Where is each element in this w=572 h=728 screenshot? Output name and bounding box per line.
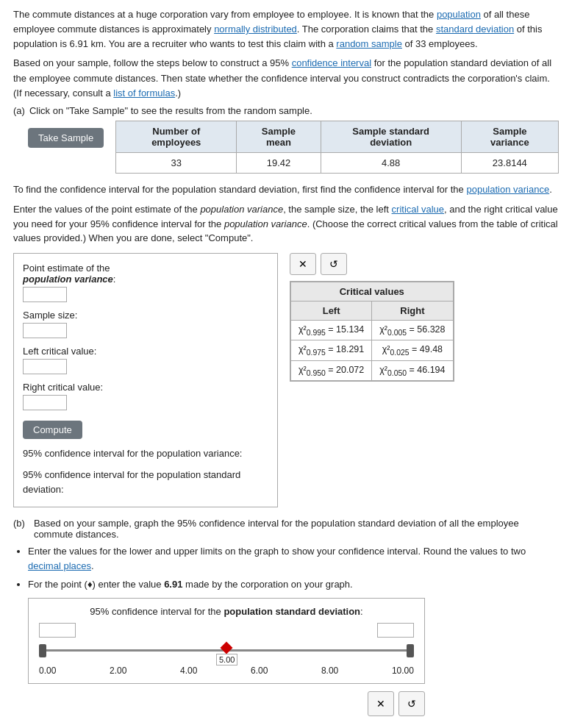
graph-inputs-row: 0.00 10.00 bbox=[39, 623, 414, 638]
link-critical-value[interactable]: critical value bbox=[392, 204, 445, 215]
part-a-label: (a) bbox=[13, 105, 25, 116]
point-estimate-input[interactable] bbox=[23, 287, 67, 302]
marker-label: 5.00 bbox=[216, 654, 237, 665]
form-critical-wrapper: Point estimate of thepopulation variance… bbox=[13, 253, 559, 507]
critical-values-title: Critical values bbox=[291, 282, 454, 301]
col-left-header: Left bbox=[291, 301, 372, 320]
left-critical-input[interactable] bbox=[23, 359, 67, 374]
sample-size-input[interactable] bbox=[23, 323, 67, 338]
ci-std-display: 95% confidence interval for the populati… bbox=[23, 468, 268, 499]
link-confidence-interval[interactable]: confidence interval bbox=[292, 57, 371, 68]
confidence-interval-intro: Based on your sample, follow the steps b… bbox=[13, 56, 559, 100]
population-variance-label: population variance bbox=[23, 274, 113, 285]
cell-std: 4.88 bbox=[321, 152, 461, 173]
chi-right-3: χ²0.050 = 46.194 bbox=[372, 360, 453, 381]
cell-mean: 19.42 bbox=[237, 152, 321, 173]
graph-right-input[interactable]: 10.00 bbox=[377, 623, 414, 638]
critical-panel-buttons: ✕ ↺ bbox=[290, 253, 347, 275]
link-normally-distributed[interactable]: normally distributed bbox=[214, 24, 297, 35]
x-label-6: 6.00 bbox=[251, 665, 268, 676]
close-button[interactable]: ✕ bbox=[290, 253, 316, 275]
x-label-8: 8.00 bbox=[321, 665, 338, 676]
chi-right-1: χ²0.005 = 56.328 bbox=[372, 320, 453, 340]
sample-table: Number of employees Sample mean Sample s… bbox=[115, 121, 559, 174]
table-row: χ²0.975 = 18.291 χ²0.025 = 49.48 bbox=[291, 340, 454, 361]
chi-left-2: χ²0.975 = 18.291 bbox=[291, 340, 372, 361]
part-b-label: (b) bbox=[13, 518, 25, 529]
col-header-employees: Number of employees bbox=[116, 121, 237, 152]
sample-size-label: Sample size: bbox=[23, 310, 268, 321]
marker-diamond bbox=[221, 641, 233, 654]
chi-left-3: χ²0.950 = 20.072 bbox=[291, 360, 372, 381]
x-axis: 0.00 2.00 4.00 6.00 8.00 10.00 bbox=[39, 665, 414, 676]
link-population-variance[interactable]: population variance bbox=[466, 184, 549, 195]
x-label-0: 0.00 bbox=[39, 665, 56, 676]
italic-population-variance-2: population variance bbox=[224, 218, 307, 229]
link-decimal-places[interactable]: decimal places bbox=[28, 560, 91, 571]
part-b-label-row: (b) Based on your sample, graph the 95% … bbox=[13, 518, 559, 540]
form-box: Point estimate of thepopulation variance… bbox=[13, 253, 278, 507]
undo-button[interactable]: ↺ bbox=[321, 253, 347, 275]
part-b-instruction: Based on your sample, graph the 95% conf… bbox=[34, 518, 559, 540]
critical-values-table: Critical values Left Right χ²0.995 = 15.… bbox=[290, 282, 454, 382]
intro-paragraph: The commute distances at a huge corporat… bbox=[13, 7, 559, 51]
chi-left-1: χ²0.995 = 15.134 bbox=[291, 320, 372, 340]
take-sample-button[interactable]: Take Sample bbox=[28, 128, 104, 148]
table-row: χ²0.995 = 15.134 χ²0.005 = 56.328 bbox=[291, 320, 454, 340]
compute-button[interactable]: Compute bbox=[23, 421, 82, 439]
italic-population-variance: population variance bbox=[200, 204, 283, 215]
sample-area: Take Sample Number of employees Sample m… bbox=[28, 121, 559, 174]
part-b-section: (b) Based on your sample, graph the 95% … bbox=[13, 518, 559, 715]
part-b-close-button[interactable]: ✕ bbox=[368, 691, 394, 716]
bullet-1: Enter the values for the lower and upper… bbox=[28, 544, 559, 574]
part-b-bullets: Enter the values for the lower and upper… bbox=[28, 544, 559, 591]
left-critical-field: Left critical value: bbox=[23, 346, 268, 374]
critical-table-wrapper: Critical values Left Right χ²0.995 = 15.… bbox=[290, 281, 454, 382]
part-a-instruction: Click on "Take Sample" to see the result… bbox=[29, 105, 312, 116]
ci-instructions: To find the confidence interval for the … bbox=[13, 182, 559, 246]
link-random-sample[interactable]: random sample bbox=[336, 38, 402, 49]
point-estimate-field: Point estimate of thepopulation variance… bbox=[23, 263, 268, 302]
cell-variance: 23.8144 bbox=[461, 152, 558, 173]
link-population[interactable]: population bbox=[437, 9, 481, 20]
part-b-undo-button[interactable]: ↺ bbox=[398, 691, 425, 716]
cell-employees: 33 bbox=[116, 152, 237, 173]
col-header-variance: Sample variance bbox=[461, 121, 558, 152]
slider-handle-left[interactable] bbox=[39, 644, 46, 657]
graph-container: 95% confidence interval for the populati… bbox=[28, 598, 425, 684]
slider-track-container: 5.00 bbox=[39, 640, 414, 663]
bullet-2: For the point (♦) enter the value 6.91 m… bbox=[28, 577, 559, 592]
right-critical-field: Right critical value: bbox=[23, 382, 268, 410]
right-critical-label: Right critical value: bbox=[23, 382, 268, 393]
ci-variance-display: 95% confidence interval for the populati… bbox=[23, 446, 268, 462]
x-label-2: 2.00 bbox=[110, 665, 126, 676]
part-a-section: (a) Click on "Take Sample" to see the re… bbox=[13, 105, 559, 116]
left-critical-label: Left critical value: bbox=[23, 346, 268, 357]
col-header-std: Sample standard deviation bbox=[321, 121, 461, 152]
graph-title-bold: population standard deviation bbox=[224, 606, 360, 617]
point-estimate-label: Point estimate of thepopulation variance… bbox=[23, 263, 268, 285]
x-label-4: 4.00 bbox=[180, 665, 197, 676]
col-header-mean: Sample mean bbox=[237, 121, 321, 152]
ci-instruction-2: Enter the values of the point estimate o… bbox=[13, 202, 559, 246]
graph-left-input[interactable]: 0.00 bbox=[39, 623, 76, 638]
part-b-answer-buttons: ✕ ↺ bbox=[28, 691, 425, 716]
link-list-of-formulas[interactable]: list of formulas bbox=[113, 88, 175, 99]
chi-right-2: χ²0.025 = 49.48 bbox=[372, 340, 453, 361]
ci-instruction-1: To find the confidence interval for the … bbox=[13, 182, 559, 197]
table-row: 33 19.42 4.88 23.8144 bbox=[116, 152, 559, 173]
col-right-header: Right bbox=[372, 301, 453, 320]
critical-panel: ✕ ↺ Critical values Left Right χ²0.995 =… bbox=[290, 253, 454, 507]
table-row: χ²0.950 = 20.072 χ²0.050 = 46.194 bbox=[291, 360, 454, 381]
link-standard-deviation[interactable]: standard deviation bbox=[436, 24, 514, 35]
right-critical-input[interactable] bbox=[23, 395, 67, 410]
x-label-10: 10.00 bbox=[392, 665, 414, 676]
graph-title: 95% confidence interval for the populati… bbox=[39, 606, 414, 617]
slider-handle-right[interactable] bbox=[407, 644, 414, 657]
sample-size-field: Sample size: bbox=[23, 310, 268, 338]
interval-display: 95% confidence interval for the populati… bbox=[23, 446, 268, 498]
